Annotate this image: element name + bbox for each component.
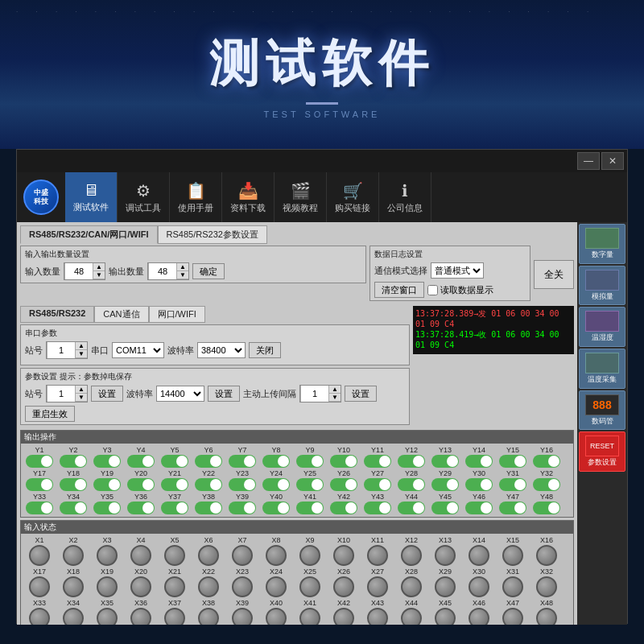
toggle-y38[interactable] bbox=[195, 502, 222, 514]
toggle-y34[interactable] bbox=[60, 502, 87, 514]
toggle-y31[interactable] bbox=[499, 478, 526, 491]
nav-company[interactable]: ℹ 公司信息 bbox=[379, 172, 431, 222]
toggle-y18[interactable] bbox=[60, 478, 87, 491]
dev-baud-select[interactable]: 1440096001920038400115200 bbox=[156, 386, 204, 402]
baud-select[interactable]: 38400 bbox=[197, 342, 246, 358]
toggle-y21[interactable] bbox=[161, 478, 188, 491]
tab-rs485-can-wifi[interactable]: RS485/RS232/CAN/网口/WIFI bbox=[20, 225, 158, 244]
minimize-button[interactable]: — bbox=[577, 152, 600, 170]
sub-tab-can[interactable]: CAN通信 bbox=[94, 306, 148, 323]
toggle-y33[interactable] bbox=[26, 502, 53, 514]
confirm-button[interactable]: 确定 bbox=[192, 263, 225, 279]
toggle-y35[interactable] bbox=[93, 502, 121, 514]
toggle-y4[interactable] bbox=[127, 455, 155, 468]
output-count-up[interactable]: ▲ bbox=[177, 263, 188, 271]
comm-mode-select[interactable]: 普通模式 高速模式 bbox=[431, 262, 484, 279]
toggle-y7[interactable] bbox=[229, 455, 256, 468]
sidebar-temp-humidity[interactable]: 温湿度 bbox=[579, 307, 625, 347]
toggle-y12[interactable] bbox=[398, 455, 425, 468]
sidebar-led-display[interactable]: 888 数码管 bbox=[579, 390, 625, 431]
toggle-y23[interactable] bbox=[229, 478, 256, 491]
toggle-y47[interactable] bbox=[499, 502, 526, 514]
dev-interval-field[interactable] bbox=[300, 386, 329, 402]
toggle-y48[interactable] bbox=[533, 502, 560, 514]
toggle-y37[interactable] bbox=[161, 502, 188, 514]
dev-interval-up[interactable]: ▲ bbox=[329, 386, 341, 394]
dev-interval-spinbox[interactable]: ▲ ▼ bbox=[299, 385, 341, 402]
station-down[interactable]: ▼ bbox=[76, 350, 87, 358]
nav-download[interactable]: 📥 资料下载 bbox=[222, 172, 275, 222]
sidebar-temp-collect[interactable]: 温度采集 bbox=[579, 349, 625, 389]
toggle-y40[interactable] bbox=[262, 502, 290, 514]
input-count-field[interactable] bbox=[64, 263, 93, 279]
toggle-y30[interactable] bbox=[465, 478, 493, 491]
read-data-checkbox[interactable] bbox=[427, 285, 438, 295]
sidebar-digital[interactable]: 数字量 bbox=[579, 224, 625, 264]
toggle-y15[interactable] bbox=[499, 455, 526, 468]
toggle-y13[interactable] bbox=[431, 455, 459, 468]
toggle-y8[interactable] bbox=[262, 455, 290, 468]
dev-station-spinbox[interactable]: ▲ ▼ bbox=[46, 385, 88, 402]
input-count-spinbox[interactable]: ▲ ▼ bbox=[64, 262, 105, 280]
sub-tab-rs485[interactable]: RS485/RS232 bbox=[20, 306, 94, 323]
set-interval-button[interactable]: 设置 bbox=[345, 386, 377, 402]
toggle-y29[interactable] bbox=[431, 478, 459, 491]
toggle-y22[interactable] bbox=[195, 478, 222, 491]
clear-log-button[interactable]: 清空窗口 bbox=[374, 282, 424, 298]
toggle-y1[interactable] bbox=[26, 455, 53, 468]
station-spinbox[interactable]: ▲ ▼ bbox=[46, 341, 88, 359]
toggle-y46[interactable] bbox=[465, 502, 493, 514]
sidebar-param-settings[interactable]: RESET 参数设置 bbox=[579, 431, 625, 472]
dev-station-down[interactable]: ▼ bbox=[76, 394, 87, 402]
station-field[interactable] bbox=[47, 342, 76, 358]
input-count-down[interactable]: ▼ bbox=[93, 271, 105, 279]
all-off-button[interactable]: 全关 bbox=[534, 260, 574, 289]
dev-station-field[interactable] bbox=[47, 386, 76, 402]
nav-manual[interactable]: 📋 使用手册 bbox=[170, 172, 222, 222]
dev-station-up[interactable]: ▲ bbox=[76, 386, 87, 394]
toggle-y20[interactable] bbox=[127, 478, 155, 491]
close-port-button[interactable]: 关闭 bbox=[249, 342, 281, 358]
toggle-y39[interactable] bbox=[229, 502, 256, 514]
toggle-y14[interactable] bbox=[465, 455, 493, 468]
toggle-y5[interactable] bbox=[161, 455, 188, 468]
nav-video[interactable]: 🎬 视频教程 bbox=[275, 172, 327, 222]
toggle-y44[interactable] bbox=[398, 502, 425, 514]
toggle-y17[interactable] bbox=[26, 478, 53, 491]
output-count-down[interactable]: ▼ bbox=[177, 271, 188, 279]
toggle-y19[interactable] bbox=[93, 478, 121, 491]
nav-debug-tool[interactable]: ⚙ 调试工具 bbox=[118, 172, 170, 222]
toggle-y32[interactable] bbox=[533, 478, 560, 491]
toggle-y28[interactable] bbox=[398, 478, 425, 491]
sub-tab-wifi[interactable]: 网口/WIFI bbox=[149, 306, 205, 323]
dev-interval-down[interactable]: ▼ bbox=[329, 394, 341, 402]
toggle-y25[interactable] bbox=[296, 478, 324, 491]
toggle-y11[interactable] bbox=[364, 455, 391, 468]
toggle-y41[interactable] bbox=[296, 502, 324, 514]
nav-purchase[interactable]: 🛒 购买链接 bbox=[327, 172, 379, 222]
toggle-y26[interactable] bbox=[330, 478, 357, 491]
toggle-y42[interactable] bbox=[330, 502, 357, 514]
toggle-y43[interactable] bbox=[364, 502, 391, 514]
toggle-y10[interactable] bbox=[330, 455, 357, 468]
nav-test-software[interactable]: 🖥 测试软件 bbox=[65, 172, 118, 222]
toggle-y3[interactable] bbox=[93, 455, 121, 468]
port-select[interactable]: COM11 bbox=[112, 342, 164, 358]
set-station-button[interactable]: 设置 bbox=[91, 386, 123, 402]
toggle-y24[interactable] bbox=[262, 478, 290, 491]
input-count-up[interactable]: ▲ bbox=[93, 263, 105, 271]
output-count-field[interactable] bbox=[148, 263, 177, 279]
output-count-spinbox[interactable]: ▲ ▼ bbox=[147, 262, 189, 280]
toggle-y2[interactable] bbox=[60, 455, 87, 468]
close-button[interactable]: ✕ bbox=[601, 152, 624, 170]
restart-button[interactable]: 重启生效 bbox=[25, 406, 75, 422]
toggle-y16[interactable] bbox=[533, 455, 560, 468]
station-up[interactable]: ▲ bbox=[76, 342, 87, 350]
toggle-y9[interactable] bbox=[296, 455, 324, 468]
toggle-y36[interactable] bbox=[127, 502, 155, 514]
tab-rs485-params[interactable]: RS485/RS232参数设置 bbox=[158, 225, 267, 244]
set-baud-button[interactable]: 设置 bbox=[208, 386, 240, 402]
sidebar-analog[interactable]: 模拟量 bbox=[579, 266, 625, 306]
toggle-y45[interactable] bbox=[431, 502, 459, 514]
toggle-y6[interactable] bbox=[195, 455, 222, 468]
